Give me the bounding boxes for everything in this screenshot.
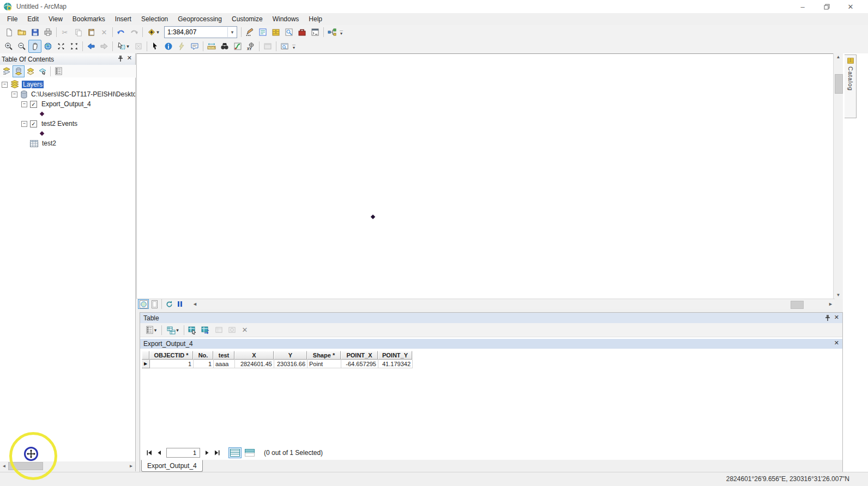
viewer-zoom-window-button[interactable] (278, 40, 291, 53)
layer-label[interactable]: Export_Output_4 (40, 100, 92, 108)
scale-dropdown-icon[interactable]: ▾ (227, 27, 237, 37)
full-extent-button[interactable] (41, 40, 55, 53)
open-button[interactable] (15, 26, 28, 39)
table-pin-icon[interactable] (825, 314, 830, 321)
collapse-icon[interactable]: − (21, 101, 27, 107)
zoom-in-button[interactable] (2, 40, 15, 53)
data-view-button[interactable] (138, 299, 149, 309)
previous-record-button[interactable] (154, 448, 164, 458)
layer-checkbox[interactable]: ✓ (30, 120, 37, 127)
save-button[interactable] (28, 26, 41, 39)
scroll-up-icon[interactable]: ▲ (834, 54, 843, 59)
delete-button[interactable]: ✕ (98, 26, 111, 39)
map-scale-input[interactable] (165, 27, 227, 38)
restore-button[interactable] (815, 0, 839, 13)
column-header-shape[interactable]: Shape * (307, 351, 341, 360)
python-window-button[interactable] (309, 26, 322, 39)
list-by-selection-button[interactable] (37, 65, 49, 77)
paste-button[interactable] (85, 26, 98, 39)
fixed-zoom-in-button[interactable] (55, 40, 68, 53)
show-all-records-button[interactable] (228, 447, 242, 458)
cell-point-x[interactable]: -64.657295 (341, 360, 378, 368)
go-to-xy-button[interactable]: XY (244, 40, 257, 53)
cut-button[interactable]: ✂ (58, 26, 71, 39)
point-symbol-icon[interactable] (40, 112, 44, 116)
toolbar-options-icon[interactable]: —▾ (340, 29, 343, 35)
table-of-contents-button[interactable] (256, 26, 269, 39)
column-header-point-y[interactable]: POINT_Y (378, 351, 412, 360)
identify-button[interactable] (162, 40, 175, 53)
sheet-close-icon[interactable]: ✕ (834, 339, 839, 347)
print-button[interactable] (41, 26, 55, 39)
zoom-to-selected-button[interactable] (225, 324, 238, 337)
scrollbar-thumb[interactable] (791, 301, 804, 309)
tab-export-output-4[interactable]: Export_Output_4 (141, 460, 203, 472)
column-header-point-x[interactable]: POINT_X (341, 351, 378, 360)
toc-close-icon[interactable]: ✕ (127, 54, 132, 62)
modelbuilder-button[interactable] (326, 26, 339, 39)
fixed-zoom-out-button[interactable] (68, 40, 81, 53)
open-viewer-window-button[interactable] (261, 40, 274, 53)
select-by-attributes-button[interactable] (186, 324, 199, 337)
hyperlink-button[interactable] (175, 40, 188, 53)
menu-windows[interactable]: Windows (268, 14, 304, 24)
column-header-y[interactable]: Y (274, 351, 307, 360)
tree-item-test2-events[interactable]: − ✓ test2 Events (0, 119, 135, 129)
menu-view[interactable]: View (44, 14, 68, 24)
select-features-button[interactable]: ▾ (114, 40, 132, 53)
map-scroll-left-icon[interactable]: ◄ (191, 300, 199, 308)
column-header-x[interactable]: X (234, 351, 274, 360)
catalog-window-button[interactable] (269, 26, 282, 39)
menu-selection[interactable]: Selection (136, 14, 173, 24)
next-record-button[interactable] (202, 448, 212, 458)
list-by-drawing-order-button[interactable] (1, 65, 13, 77)
pan-tool-button[interactable] (28, 40, 41, 53)
switch-selection-button[interactable] (199, 324, 212, 337)
map-canvas[interactable] (136, 53, 834, 299)
menu-edit[interactable]: Edit (22, 14, 44, 24)
search-window-button[interactable] (282, 26, 296, 39)
map-point-feature[interactable] (371, 215, 375, 219)
table-options-button[interactable]: ▾ (142, 324, 160, 337)
layer-label[interactable]: test2 Events (40, 120, 79, 127)
select-elements-button[interactable] (149, 40, 162, 53)
collapse-icon[interactable]: − (2, 82, 8, 88)
go-back-extent-button[interactable] (85, 40, 98, 53)
show-selected-records-button[interactable] (243, 447, 256, 458)
record-number-input[interactable] (166, 448, 200, 458)
clear-table-selection-button[interactable] (212, 324, 225, 337)
layout-view-button[interactable] (149, 299, 160, 309)
cell-no[interactable]: 1 (194, 360, 214, 368)
go-forward-extent-button[interactable] (98, 40, 111, 53)
redo-button[interactable] (128, 26, 141, 39)
measure-button[interactable] (205, 40, 218, 53)
point-symbol-icon[interactable] (40, 131, 44, 136)
catalog-dock-tab[interactable]: Catalog (845, 54, 857, 118)
cell-x[interactable]: 2824601.45 (235, 360, 274, 368)
tree-item-test2-table[interactable]: test2 (0, 138, 135, 148)
cell-test[interactable]: aaaa (214, 360, 235, 368)
row-pointer-icon[interactable]: ▶ (142, 360, 150, 368)
delete-selected-button[interactable]: ✕ (238, 324, 251, 337)
tree-item-layers[interactable]: − Layers (0, 80, 135, 89)
cell-point-y[interactable]: 41.179342 (378, 360, 413, 368)
menu-file[interactable]: File (2, 14, 22, 24)
scroll-right-icon[interactable]: ► (127, 462, 135, 470)
column-header-objectid[interactable]: OBJECTID * (149, 351, 193, 360)
map-scroll-right-icon[interactable]: ► (827, 300, 835, 308)
cell-objectid[interactable]: 1 (150, 360, 194, 368)
cell-y[interactable]: 230316.66 (274, 360, 308, 368)
toc-pin-icon[interactable] (118, 55, 123, 62)
find-button[interactable] (218, 40, 231, 53)
collapse-icon[interactable]: − (21, 121, 27, 127)
map-vertical-scrollbar[interactable]: ▲ ▼ (833, 53, 843, 299)
zoom-out-button[interactable] (15, 40, 28, 53)
table-label[interactable]: test2 (41, 139, 57, 147)
refresh-view-button[interactable] (164, 299, 174, 309)
source-path-label[interactable]: C:\Users\ISC-DT117-PEISHI\Desktop\ (30, 90, 135, 98)
list-by-visibility-button[interactable] (25, 65, 37, 77)
scroll-left-icon[interactable]: ◄ (0, 462, 8, 470)
copy-button[interactable] (71, 26, 85, 39)
tools-toolbar-options-icon[interactable]: —▾ (292, 44, 296, 49)
toc-options-button[interactable] (52, 65, 64, 77)
